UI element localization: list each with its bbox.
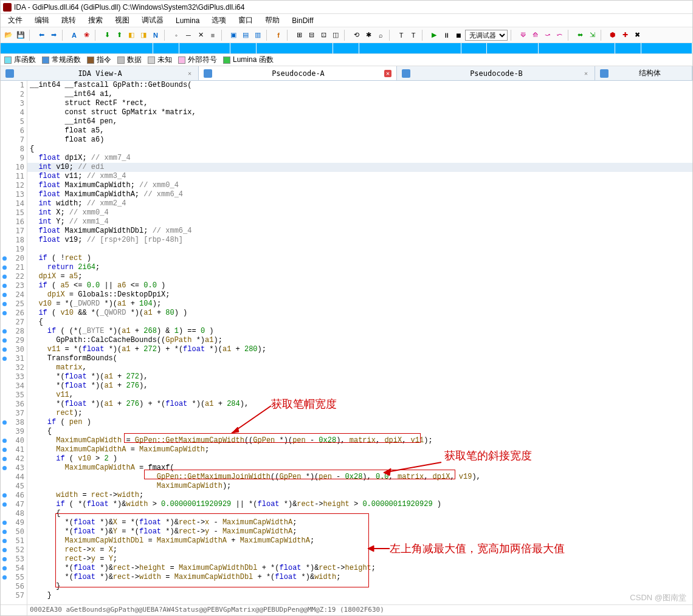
tb-m4-icon[interactable]: ◫ <box>330 30 341 41</box>
menu-jump[interactable]: 跳转 <box>57 14 81 27</box>
navigation-band[interactable] <box>1 43 692 54</box>
tab-pseudocode-b[interactable]: Pseudocode-B✕ <box>397 66 595 80</box>
menu-lumina[interactable]: Lumina <box>171 15 204 26</box>
svg-line-2 <box>384 462 441 473</box>
tb-g3-icon[interactable]: ◧ <box>126 30 137 41</box>
legend-item: 指令 <box>87 55 111 65</box>
legend-item: 未知 <box>148 55 172 65</box>
app-icon <box>3 3 12 12</box>
toolbar: 📂 💾 ⬅ ➡ A ❀ ⬇ ⬆ ◧ ◨ N ◦ ─ ✕ ≡ ▣ ▤ ▥ f ⊞ … <box>1 27 692 43</box>
tab-struct[interactable]: 结构体 <box>595 66 692 80</box>
svg-marker-3 <box>384 468 391 476</box>
tb-r3-icon[interactable]: ⌕ <box>375 30 386 41</box>
tb-t1-icon[interactable]: T <box>396 30 407 41</box>
tb-h2-icon[interactable]: ─ <box>183 30 194 41</box>
pause-icon[interactable]: ⏸ <box>441 30 452 41</box>
window-title: IDA - GdiPlus.dll.i64 (GdiPlus.dll) C:\W… <box>14 3 244 12</box>
gutter: 1234567891011121314151617181920212223242… <box>1 81 27 606</box>
scroll-corner <box>1 604 27 615</box>
tb-s-icon[interactable]: ❀ <box>81 30 92 41</box>
tb-t2-icon[interactable]: T <box>408 30 419 41</box>
tb-m2-icon[interactable]: ⊟ <box>306 30 317 41</box>
svg-marker-1 <box>232 427 239 433</box>
menu-view[interactable]: 视图 <box>110 14 134 27</box>
tb-g2-icon[interactable]: ⬆ <box>114 30 125 41</box>
tb-d3-icon[interactable]: ⤻ <box>542 30 553 41</box>
menu-bindiff[interactable]: BinDiff <box>287 15 318 26</box>
titlebar: IDA - GdiPlus.dll.i64 (GdiPlus.dll) C:\W… <box>1 1 692 14</box>
tb-d4-icon[interactable]: ⤺ <box>554 30 565 41</box>
tb-a-icon[interactable]: A <box>69 30 80 41</box>
fwd-icon[interactable]: ➡ <box>48 30 59 41</box>
tab-icon <box>204 69 212 78</box>
menu-search[interactable]: 搜索 <box>83 14 108 27</box>
close-icon[interactable]: ✕ <box>384 70 391 77</box>
tb-r1-icon[interactable]: ⟲ <box>351 30 362 41</box>
tab-ida-view-a[interactable]: IDA View-A✕ <box>1 66 199 80</box>
legend-item: 常规函数 <box>42 55 81 65</box>
legend-item: 外部符号 <box>178 55 217 65</box>
tb-e2-icon[interactable]: ⇲ <box>587 30 598 41</box>
tab-icon <box>600 69 609 78</box>
tb-m3-icon[interactable]: ⊡ <box>318 30 329 41</box>
legend-item: 数据 <box>117 55 142 65</box>
menu-debugger[interactable]: 调试器 <box>137 14 168 27</box>
tb-b1-icon[interactable]: ▣ <box>228 30 239 41</box>
tb-b3-icon[interactable]: ▥ <box>252 30 263 41</box>
debugger-select[interactable]: 无调试器 <box>465 30 508 41</box>
back-icon[interactable]: ⬅ <box>36 30 47 41</box>
tabs: IDA View-A✕ Pseudocode-A✕ Pseudocode-B✕ … <box>1 66 692 81</box>
tb-h3-icon[interactable]: ✕ <box>195 30 206 41</box>
tb-p3-icon[interactable]: ✖ <box>632 30 643 41</box>
tab-icon <box>5 69 14 78</box>
tb-g4-icon[interactable]: ◨ <box>138 30 149 41</box>
tb-h1-icon[interactable]: ◦ <box>171 30 182 41</box>
tb-h4-icon[interactable]: ≡ <box>207 30 218 41</box>
save-icon[interactable]: 💾 <box>15 30 26 41</box>
menu-options[interactable]: 选项 <box>207 14 231 27</box>
tb-n-icon[interactable]: N <box>150 30 161 41</box>
tb-m1-icon[interactable]: ⊞ <box>294 30 305 41</box>
tb-p1-icon[interactable]: ⬢ <box>607 30 618 41</box>
menu-window[interactable]: 窗口 <box>233 14 258 27</box>
tb-d2-icon[interactable]: ⟰ <box>529 30 540 41</box>
legend: 库函数 常规函数 指令 数据 未知 外部符号 Lumina 函数 <box>1 54 692 66</box>
play-icon[interactable]: ▶ <box>429 30 440 41</box>
legend-item: Lumina 函数 <box>223 55 274 65</box>
open-icon[interactable]: 📂 <box>3 30 14 41</box>
tb-d1-icon[interactable]: ⟱ <box>517 30 528 41</box>
menu-edit[interactable]: 编辑 <box>30 14 54 27</box>
code-lines[interactable]: __int64 __fastcall GpPath::GetBounds( __… <box>27 81 692 606</box>
menubar: 文件 编辑 跳转 搜索 视图 调试器 Lumina 选项 窗口 帮助 BinDi… <box>1 14 692 27</box>
tb-b2-icon[interactable]: ▤ <box>240 30 251 41</box>
stop-icon[interactable]: ⏹ <box>453 30 464 41</box>
tab-pseudocode-a[interactable]: Pseudocode-A✕ <box>199 66 397 80</box>
menu-file[interactable]: 文件 <box>3 14 27 27</box>
close-icon[interactable]: ✕ <box>186 70 193 77</box>
tb-p2-icon[interactable]: ✚ <box>619 30 630 41</box>
close-icon[interactable]: ✕ <box>582 70 590 77</box>
tb-g1-icon[interactable]: ⬇ <box>102 30 112 41</box>
tb-r2-icon[interactable]: ✱ <box>363 30 374 41</box>
tab-icon <box>402 69 410 78</box>
legend-item: 库函数 <box>4 55 36 65</box>
watermark: CSDN @图南堂 <box>630 592 686 603</box>
tb-e1-icon[interactable]: ⬌ <box>574 30 585 41</box>
code-area: 1234567891011121314151617181920212223242… <box>1 81 692 606</box>
svg-marker-5 <box>368 546 374 552</box>
status-bar: 0002EA30 aGetBounds@GpPath@@UEBA?AW4Stat… <box>27 604 692 615</box>
tb-f-icon[interactable]: f <box>273 30 284 41</box>
menu-help[interactable]: 帮助 <box>260 14 284 27</box>
